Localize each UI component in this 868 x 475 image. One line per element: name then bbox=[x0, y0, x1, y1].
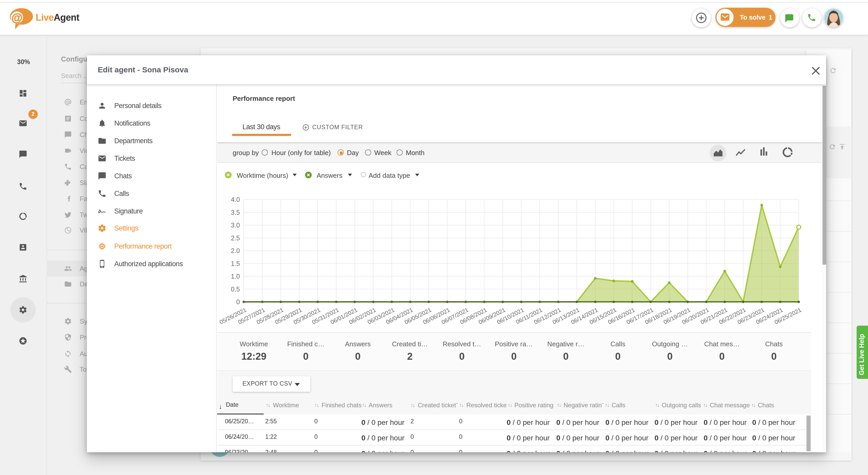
svg-text:1.0: 1.0 bbox=[231, 273, 240, 280]
svg-text:0: 0 bbox=[236, 298, 240, 306]
svg-text:3.0: 3.0 bbox=[231, 221, 240, 229]
svg-text:2.0: 2.0 bbox=[231, 247, 240, 254]
svg-text:4.0: 4.0 bbox=[231, 196, 240, 203]
svg-text:3.5: 3.5 bbox=[231, 209, 240, 216]
svg-text:1.5: 1.5 bbox=[231, 260, 240, 267]
svg-text:0.5: 0.5 bbox=[231, 286, 240, 293]
svg-text:2.5: 2.5 bbox=[231, 234, 240, 242]
svg-text:@: @ bbox=[11, 11, 23, 24]
